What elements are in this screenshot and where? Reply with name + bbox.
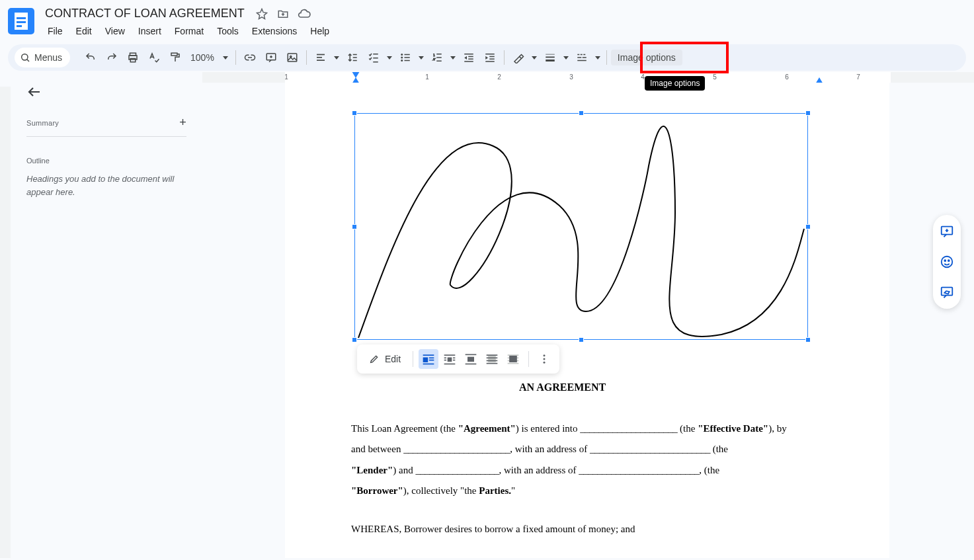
ruler-number: 7 bbox=[856, 73, 860, 81]
spellcheck-button[interactable] bbox=[144, 48, 164, 67]
add-summary-button[interactable]: + bbox=[179, 116, 186, 130]
docs-app-icon[interactable] bbox=[8, 8, 34, 34]
ruler-number: 4 bbox=[641, 73, 645, 81]
print-button[interactable] bbox=[123, 48, 143, 67]
cloud-status-icon[interactable] bbox=[298, 7, 311, 20]
resize-handle-tl[interactable] bbox=[352, 110, 357, 116]
edit-image-button[interactable]: Edit bbox=[362, 354, 407, 364]
menu-insert[interactable]: Insert bbox=[133, 23, 167, 39]
svg-rect-19 bbox=[468, 59, 473, 60]
move-icon[interactable] bbox=[276, 7, 290, 20]
svg-point-11 bbox=[401, 54, 403, 56]
ruler-number: 2 bbox=[497, 73, 501, 81]
svg-rect-43 bbox=[444, 360, 446, 361]
wrap-front-button[interactable] bbox=[503, 349, 523, 369]
svg-rect-16 bbox=[404, 60, 409, 61]
svg-rect-10 bbox=[317, 60, 325, 61]
align-button[interactable] bbox=[311, 48, 331, 67]
vertical-ruler[interactable] bbox=[0, 72, 11, 558]
menu-edit[interactable]: Edit bbox=[71, 23, 97, 39]
toolbar-separator bbox=[413, 351, 413, 367]
suggest-edits-button[interactable] bbox=[937, 282, 957, 302]
resize-handle-mr[interactable] bbox=[805, 224, 811, 229]
sidebar-back-button[interactable] bbox=[26, 84, 42, 100]
menu-format[interactable]: Format bbox=[169, 23, 209, 39]
svg-point-65 bbox=[948, 260, 950, 261]
wrap-break-button[interactable] bbox=[461, 349, 481, 369]
numbered-list-button[interactable] bbox=[427, 48, 447, 67]
menu-extensions[interactable]: Extensions bbox=[247, 23, 302, 39]
svg-rect-8 bbox=[317, 54, 325, 56]
resize-handle-tm[interactable] bbox=[579, 110, 584, 116]
doc-paragraph: WHEREAS, Lender agrees to lend a fixed a… bbox=[351, 557, 823, 558]
svg-rect-36 bbox=[429, 358, 434, 359]
svg-rect-50 bbox=[487, 354, 498, 356]
checklist-button[interactable] bbox=[364, 48, 384, 67]
wrap-inline-button[interactable] bbox=[419, 349, 438, 369]
insert-link-button[interactable] bbox=[240, 48, 260, 67]
add-comment-button[interactable] bbox=[261, 48, 281, 67]
menu-view[interactable]: View bbox=[100, 23, 130, 39]
svg-rect-46 bbox=[466, 354, 477, 356]
horizontal-ruler[interactable]: 1 1 2 3 4 5 6 7 bbox=[202, 72, 974, 83]
paint-format-button[interactable] bbox=[165, 48, 185, 67]
border-color-caret[interactable] bbox=[530, 48, 539, 67]
align-caret[interactable] bbox=[332, 48, 341, 67]
undo-button[interactable] bbox=[81, 48, 101, 67]
search-menus-label: Menus bbox=[34, 52, 62, 63]
svg-rect-9 bbox=[317, 57, 322, 58]
svg-rect-6 bbox=[288, 54, 297, 61]
insert-image-button[interactable] bbox=[282, 48, 302, 67]
image-floating-toolbar: Edit bbox=[357, 344, 559, 374]
bulleted-caret[interactable] bbox=[417, 48, 426, 67]
image-border-weight-button[interactable] bbox=[540, 48, 560, 67]
resize-handle-tr[interactable] bbox=[805, 110, 811, 116]
svg-rect-35 bbox=[423, 358, 428, 363]
svg-rect-41 bbox=[444, 358, 446, 359]
star-icon[interactable] bbox=[255, 7, 268, 20]
add-comment-side-button[interactable] bbox=[937, 221, 957, 241]
svg-point-64 bbox=[944, 260, 946, 261]
header: CONTRACT OF LOAN AGREEMENT File Edit Vie… bbox=[0, 0, 974, 39]
search-menus-button[interactable]: Menus bbox=[15, 48, 70, 67]
zoom-dropdown-caret[interactable] bbox=[220, 48, 231, 67]
resize-handle-bm[interactable] bbox=[579, 337, 584, 342]
border-weight-caret[interactable] bbox=[561, 48, 571, 67]
image-border-dash-button[interactable] bbox=[572, 48, 592, 67]
numbered-caret[interactable] bbox=[448, 48, 458, 67]
resize-handle-br[interactable] bbox=[805, 337, 811, 342]
zoom-select[interactable]: 100% bbox=[186, 52, 218, 63]
image-more-options-button[interactable] bbox=[534, 349, 554, 369]
document-page[interactable]: Edit AN AGREEMENT This Lo bbox=[285, 83, 889, 558]
image-options-button[interactable]: Image options bbox=[611, 50, 682, 65]
image-border-color-button[interactable] bbox=[508, 48, 528, 67]
doc-paragraph: This Loan Agreement (the "Agreement") is… bbox=[351, 419, 823, 440]
checklist-caret[interactable] bbox=[385, 48, 394, 67]
image-selection-box[interactable] bbox=[354, 113, 808, 340]
increase-indent-button[interactable] bbox=[480, 48, 500, 67]
menu-tools[interactable]: Tools bbox=[212, 23, 244, 39]
ruler-number: 6 bbox=[785, 73, 789, 81]
bulleted-list-button[interactable] bbox=[395, 48, 415, 67]
resize-handle-ml[interactable] bbox=[352, 224, 357, 229]
svg-point-63 bbox=[942, 257, 953, 268]
svg-point-59 bbox=[544, 354, 546, 356]
line-spacing-button[interactable] bbox=[343, 48, 362, 67]
menu-file[interactable]: File bbox=[42, 23, 68, 39]
wrap-behind-button[interactable] bbox=[482, 349, 502, 369]
doc-paragraph: and between _______________________, wit… bbox=[351, 439, 823, 460]
toolbar-separator bbox=[504, 50, 505, 65]
toolbar-separator bbox=[235, 50, 236, 65]
resize-handle-bl[interactable] bbox=[352, 337, 357, 342]
redo-button[interactable] bbox=[102, 48, 122, 67]
svg-rect-34 bbox=[423, 354, 434, 356]
svg-rect-18 bbox=[468, 56, 473, 58]
emoji-reaction-button[interactable] bbox=[937, 252, 957, 272]
decrease-indent-button[interactable] bbox=[459, 48, 479, 67]
svg-rect-52 bbox=[487, 360, 498, 362]
wrap-text-button[interactable] bbox=[440, 349, 460, 369]
menu-help[interactable]: Help bbox=[305, 23, 335, 39]
document-title[interactable]: CONTRACT OF LOAN AGREEMENT bbox=[42, 5, 247, 22]
svg-rect-51 bbox=[487, 358, 498, 359]
border-dash-caret[interactable] bbox=[593, 48, 602, 67]
